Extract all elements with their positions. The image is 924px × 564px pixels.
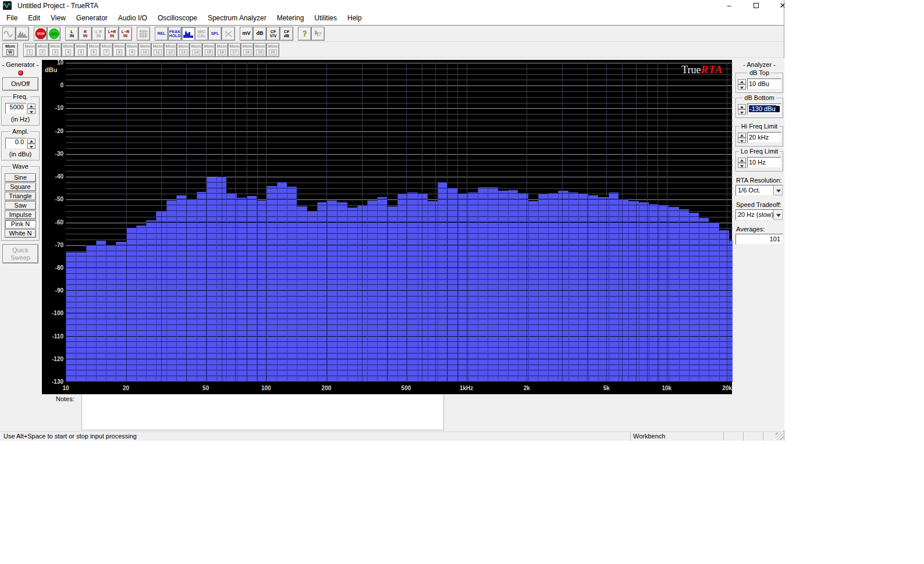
minimize-button[interactable]: – — [720, 0, 738, 11]
memory-slot-11-button[interactable]: Mem11 — [151, 43, 164, 57]
crest-factor-db-button[interactable]: CFdB — [280, 27, 293, 41]
wave-triangle-button[interactable]: Triangle — [5, 192, 36, 201]
db-bottom-spin-up-button[interactable] — [738, 104, 746, 109]
x-tick-label: 100 — [261, 385, 271, 391]
memory-slot-8-button[interactable]: Mem8 — [113, 43, 126, 57]
stereo-input-button[interactable]: L RIN — [92, 27, 105, 41]
memory-slot-9-button[interactable]: Mem9 — [126, 43, 138, 57]
wave-square-button[interactable]: Square — [5, 183, 36, 191]
left-input-button[interactable]: LIN — [65, 27, 79, 41]
context-help-button[interactable]: ? — [311, 27, 325, 41]
peak-hold-button[interactable]: PEAKHOLD — [168, 27, 182, 41]
amplitude-spin-up-button[interactable] — [27, 138, 35, 144]
lo-freq-spin-up-button[interactable] — [738, 158, 746, 163]
menu-item-metering[interactable]: Metering — [272, 12, 310, 25]
chevron-down-icon[interactable] — [773, 185, 783, 195]
analyzer-display-icon-button[interactable] — [16, 27, 29, 41]
memory-slot-4-button[interactable]: Mem4 — [62, 43, 74, 57]
wave-pink-n-button[interactable]: Pink N — [5, 220, 36, 229]
wave-saw-button[interactable]: Saw — [5, 201, 36, 210]
stop-button[interactable]: STOP — [34, 27, 47, 41]
lo-freq-limit-input[interactable]: 10 Hz — [747, 157, 781, 168]
spl-button[interactable]: SPL — [208, 27, 222, 41]
notes-textarea[interactable] — [81, 394, 444, 430]
generator-on-off-button[interactable]: On/Off — [2, 77, 38, 91]
db-bottom-input[interactable]: -130 dBu — [747, 103, 781, 115]
memory-slot-1-button[interactable]: Mem1 — [23, 43, 36, 57]
spectrum-bar — [337, 202, 347, 382]
frequency-input[interactable]: 5000 — [5, 103, 26, 114]
memory-slot-5-button[interactable]: Mem5 — [74, 43, 87, 57]
frequency-spin-down-button[interactable] — [27, 109, 35, 114]
maximize-icon — [754, 3, 759, 8]
frequency-spin-up-button[interactable] — [27, 103, 35, 109]
spectrum-bar — [478, 187, 488, 382]
generator-wave-icon-button[interactable] — [2, 27, 16, 41]
close-button[interactable]: ✕ — [774, 0, 791, 11]
lo-freq-spin-down-button[interactable] — [738, 163, 746, 168]
memory-slot-3-button[interactable]: Mem3 — [49, 43, 62, 57]
db-top-spin-up-button[interactable] — [738, 79, 746, 84]
crest-factor-vv-button[interactable]: CFV/V — [266, 27, 280, 41]
memory-slot-17-button[interactable]: Mem17 — [228, 43, 241, 57]
quick-sweep-button[interactable]: Quick Sweep — [2, 244, 38, 263]
menu-item-generator[interactable]: Generator — [71, 12, 113, 25]
decibels-button[interactable]: dB — [253, 27, 266, 41]
mem-number: 2 — [40, 49, 45, 55]
speed-tradeoff-dropdown[interactable]: 20 Hz (slow) — [735, 209, 783, 220]
chevron-down-icon[interactable] — [773, 210, 783, 220]
resize-grip[interactable] — [776, 433, 783, 440]
db-top-spin-down-button[interactable] — [738, 84, 746, 90]
l-minus-r-input-button[interactable]: L−RIN — [119, 27, 132, 41]
wave-sine-button[interactable]: Sine — [5, 173, 36, 182]
hi-freq-limit-legend: Hi Freq Limit — [740, 123, 779, 130]
spectrum-bar — [628, 201, 639, 382]
amplitude-input[interactable]: 0.0 — [5, 138, 26, 149]
memory-slot-6-button[interactable]: Mem6 — [87, 43, 100, 57]
db-top-input[interactable]: 10 dBu — [747, 78, 781, 90]
menu-item-file[interactable]: File — [1, 12, 23, 25]
memory-slot-2-button[interactable]: Mem2 — [36, 43, 49, 57]
right-input-button[interactable]: RIN — [79, 27, 92, 41]
menu-item-oscilloscope[interactable]: Oscilloscope — [152, 12, 202, 25]
menu-item-spectrum-analyzer[interactable]: Spectrum Analyzer — [202, 12, 272, 25]
memory-slot-19-button[interactable]: Mem19 — [254, 43, 266, 57]
memory-working-button[interactable]: MemW — [2, 43, 18, 57]
millivolts-button[interactable]: mV — [240, 27, 253, 41]
spectrum-bar — [237, 198, 247, 382]
maximize-button[interactable] — [747, 0, 765, 11]
memory-slot-18-button[interactable]: Mem18 — [241, 43, 254, 57]
memory-slot-10-button[interactable]: Mem10 — [138, 43, 151, 57]
memory-slot-14-button[interactable]: Mem14 — [190, 43, 202, 57]
menu-item-utilities[interactable]: Utilities — [309, 12, 342, 25]
hi-freq-spin-down-button[interactable] — [738, 138, 746, 143]
go-button[interactable]: GO — [47, 27, 61, 41]
help-button[interactable]: ? — [298, 27, 311, 41]
rta-resolution-dropdown[interactable]: 1/6 Oct. — [735, 185, 783, 196]
grid-toggle-button[interactable] — [137, 27, 150, 41]
amplitude-spin-down-button[interactable] — [27, 144, 35, 149]
memory-slot-15-button[interactable]: Mem15 — [202, 43, 215, 57]
menu-item-edit[interactable]: Edit — [23, 12, 45, 25]
bar-display-button[interactable] — [182, 27, 195, 41]
memory-slot-13-button[interactable]: Mem13 — [177, 43, 190, 57]
wave-impulse-button[interactable]: Impulse — [5, 210, 36, 219]
memory-slot-20-button[interactable]: Mem20 — [266, 43, 279, 57]
hi-freq-spin-up-button[interactable] — [738, 133, 746, 138]
wave-white-n-button[interactable]: White N — [5, 229, 36, 238]
menu-item-help[interactable]: Help — [342, 12, 367, 25]
crossover-button[interactable] — [222, 27, 235, 41]
menu-item-audio-i-o[interactable]: Audio I/O — [113, 12, 152, 25]
menu-item-view[interactable]: View — [45, 12, 71, 25]
hi-freq-limit-input[interactable]: 20 kHz — [747, 132, 781, 143]
relative-mode-button[interactable]: REL — [155, 27, 168, 41]
spectrum-bar — [116, 242, 126, 382]
averages-input[interactable]: 101 — [735, 234, 783, 245]
db-bottom-spin-down-button[interactable] — [738, 109, 746, 115]
memory-slot-12-button[interactable]: Mem12 — [164, 43, 177, 57]
l-plus-r-input-button[interactable]: L+RIN — [105, 27, 119, 41]
mic-cal-button[interactable]: MICCAL — [195, 27, 208, 41]
memory-slot-16-button[interactable]: Mem16 — [215, 43, 228, 57]
button-label: IN — [123, 34, 127, 38]
memory-slot-7-button[interactable]: Mem7 — [100, 43, 113, 57]
